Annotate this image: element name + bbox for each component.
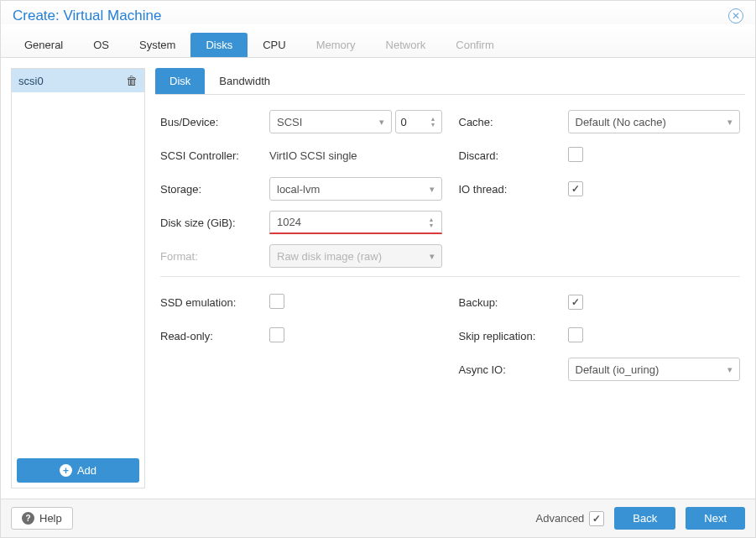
disk-sidebar: scsi0 🗑 + Add bbox=[11, 68, 145, 488]
label-cache: Cache: bbox=[459, 116, 568, 128]
label-ssd: SSD emulation: bbox=[160, 296, 269, 309]
row-bus: Bus/Device: SCSI ▾ 0 ▲▼ bbox=[160, 110, 442, 133]
add-button-label: Add bbox=[77, 464, 96, 477]
dialog-body: scsi0 🗑 + Add Disk Bandwidth Bus/Device: bbox=[1, 58, 755, 499]
row-scsi-controller: SCSI Controller: VirtIO SCSI single bbox=[160, 144, 442, 167]
adv-right-col: Backup: Skip replication: Async IO: Defa… bbox=[459, 290, 741, 381]
tab-cpu[interactable]: CPU bbox=[248, 33, 300, 57]
tab-system[interactable]: System bbox=[124, 33, 190, 57]
tab-confirm: Confirm bbox=[441, 33, 509, 57]
asyncio-select-value: Default (io_uring) bbox=[576, 363, 660, 376]
cache-select-value: Default (No cache) bbox=[576, 116, 666, 128]
row-backup: Backup: bbox=[459, 290, 741, 314]
storage-select-value: local-lvm bbox=[277, 183, 320, 196]
subtab-bandwidth[interactable]: Bandwidth bbox=[205, 68, 284, 94]
adv-left-col: SSD emulation: Read-only: bbox=[160, 290, 442, 381]
label-format: Format: bbox=[160, 250, 269, 263]
scsi-controller-value: VirtIO SCSI single bbox=[269, 144, 442, 167]
row-disk-size: Disk size (GiB): 1024 ▲▼ bbox=[160, 211, 442, 234]
form-left-col: Bus/Device: SCSI ▾ 0 ▲▼ bbox=[160, 110, 442, 268]
label-storage: Storage: bbox=[160, 183, 269, 196]
subtab-disk[interactable]: Disk bbox=[155, 68, 205, 94]
backup-checkbox[interactable] bbox=[568, 295, 583, 310]
bus-select[interactable]: SCSI ▾ bbox=[269, 110, 392, 133]
disk-subtabs: Disk Bandwidth bbox=[155, 68, 745, 95]
readonly-checkbox[interactable] bbox=[269, 327, 284, 342]
row-storage: Storage: local-lvm ▾ bbox=[160, 177, 442, 201]
tab-disks[interactable]: Disks bbox=[190, 33, 248, 57]
chevron-down-icon: ▾ bbox=[430, 251, 435, 262]
advanced-label: Advanced bbox=[536, 512, 585, 525]
disk-size-value: 1024 bbox=[277, 216, 301, 228]
footer: ? Help Advanced Back Next bbox=[1, 499, 755, 537]
footer-right: Advanced Back Next bbox=[536, 507, 745, 530]
ssd-checkbox[interactable] bbox=[269, 294, 284, 309]
row-discard: Discard: bbox=[459, 144, 741, 167]
format-select-value: Raw disk image (raw) bbox=[277, 250, 382, 263]
label-readonly: Read-only: bbox=[160, 330, 269, 342]
label-disk-size: Disk size (GiB): bbox=[160, 217, 269, 229]
help-button[interactable]: ? Help bbox=[11, 507, 73, 530]
chevron-down-icon: ▾ bbox=[727, 364, 733, 375]
skip-replication-checkbox[interactable] bbox=[568, 327, 583, 342]
label-backup: Backup: bbox=[459, 296, 568, 309]
iothread-checkbox[interactable] bbox=[568, 181, 583, 196]
chevron-down-icon: ▾ bbox=[727, 117, 733, 128]
divider bbox=[160, 276, 740, 277]
row-asyncio: Async IO: Default (io_uring) ▾ bbox=[459, 358, 741, 381]
tab-os[interactable]: OS bbox=[78, 33, 124, 57]
storage-select[interactable]: local-lvm ▾ bbox=[269, 177, 442, 201]
bus-select-value: SCSI bbox=[277, 116, 302, 128]
label-scsi-controller: SCSI Controller: bbox=[160, 149, 269, 162]
disk-content: Disk Bandwidth Bus/Device: SCSI ▾ 0 bbox=[155, 68, 745, 488]
row-readonly: Read-only: bbox=[160, 324, 442, 347]
disk-size-input[interactable]: 1024 ▲▼ bbox=[269, 211, 442, 234]
row-skip-replication: Skip replication: bbox=[459, 324, 741, 347]
create-vm-dialog: Create: Virtual Machine ✕ General OS Sys… bbox=[0, 0, 756, 538]
asyncio-select[interactable]: Default (io_uring) ▾ bbox=[568, 358, 741, 381]
label-discard: Discard: bbox=[459, 149, 568, 162]
next-button[interactable]: Next bbox=[686, 507, 745, 530]
back-button[interactable]: Back bbox=[614, 507, 675, 530]
dialog-title: Create: Virtual Machine bbox=[13, 8, 161, 24]
form-right-col: Cache: Default (No cache) ▾ Discard: bbox=[459, 110, 741, 268]
label-asyncio: Async IO: bbox=[459, 363, 568, 376]
bus-index-input[interactable]: 0 ▲▼ bbox=[395, 110, 442, 133]
spinner-icon: ▲▼ bbox=[429, 217, 435, 228]
label-skip-replication: Skip replication: bbox=[459, 330, 568, 342]
chevron-down-icon: ▾ bbox=[430, 184, 435, 195]
label-iothread: IO thread: bbox=[459, 183, 568, 196]
spinner-icon: ▲▼ bbox=[430, 116, 436, 128]
label-bus: Bus/Device: bbox=[160, 116, 269, 128]
row-format: Format: Raw disk image (raw) ▾ bbox=[160, 244, 442, 268]
plus-icon: + bbox=[60, 464, 72, 477]
trash-icon[interactable]: 🗑 bbox=[126, 74, 138, 87]
disk-list-item-label: scsi0 bbox=[18, 75, 44, 87]
titlebar: Create: Virtual Machine ✕ bbox=[1, 1, 755, 24]
help-button-label: Help bbox=[39, 512, 62, 525]
add-disk-button[interactable]: + Add bbox=[17, 458, 139, 483]
tab-memory: Memory bbox=[301, 33, 371, 57]
tab-network: Network bbox=[371, 33, 441, 57]
row-ssd: SSD emulation: bbox=[160, 290, 442, 314]
row-iothread: IO thread: bbox=[459, 177, 741, 201]
form-area-advanced: SSD emulation: Read-only: Backup: Skip r… bbox=[155, 285, 745, 381]
form-area: Bus/Device: SCSI ▾ 0 ▲▼ bbox=[155, 95, 745, 268]
advanced-checkbox[interactable] bbox=[589, 511, 604, 526]
wizard-tabs: General OS System Disks CPU Memory Netwo… bbox=[1, 24, 755, 58]
discard-checkbox[interactable] bbox=[568, 147, 583, 162]
disk-list: scsi0 🗑 bbox=[12, 69, 144, 453]
disk-list-item[interactable]: scsi0 🗑 bbox=[12, 69, 144, 92]
bus-index-value: 0 bbox=[401, 116, 407, 128]
tab-general[interactable]: General bbox=[9, 33, 78, 57]
cache-select[interactable]: Default (No cache) ▾ bbox=[568, 110, 741, 133]
help-icon: ? bbox=[22, 512, 34, 525]
advanced-toggle[interactable]: Advanced bbox=[536, 511, 605, 526]
close-icon[interactable]: ✕ bbox=[728, 8, 743, 24]
format-select: Raw disk image (raw) ▾ bbox=[269, 244, 442, 268]
row-cache: Cache: Default (No cache) ▾ bbox=[459, 110, 741, 133]
chevron-down-icon: ▾ bbox=[379, 117, 384, 128]
